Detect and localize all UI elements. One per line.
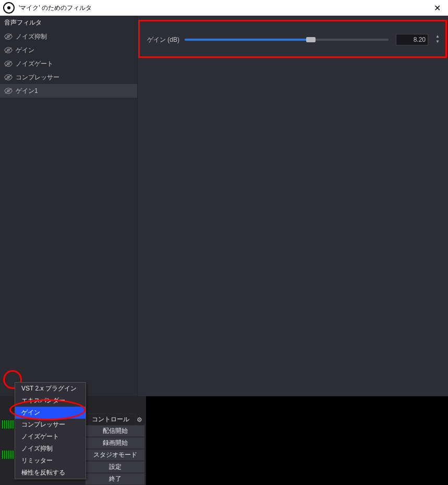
gain-slider[interactable] bbox=[185, 35, 389, 44]
gain-label: ゲイン (dB) bbox=[147, 36, 179, 44]
start-stream-button[interactable]: 配信開始 bbox=[85, 425, 145, 437]
eye-off-icon[interactable] bbox=[4, 33, 13, 40]
filter-item-label: ゲイン1 bbox=[16, 87, 38, 96]
window-title: 'マイク' のためのフィルタ bbox=[19, 4, 429, 13]
menu-item[interactable]: リミッター bbox=[15, 455, 86, 467]
sidebar-section-title: 音声フィルタ bbox=[0, 16, 137, 30]
filter-item[interactable]: ノイズ抑制 bbox=[0, 30, 137, 43]
menu-item[interactable]: コンプレッサー bbox=[15, 419, 86, 431]
menu-item-gain[interactable]: ゲイン bbox=[15, 407, 86, 419]
filter-item-label: コンプレッサー bbox=[16, 73, 59, 82]
gain-row: ゲイン (dB) 8.20 ▲ ▼ bbox=[147, 32, 441, 47]
settings-button[interactable]: 設定 bbox=[85, 461, 145, 473]
filter-item-label: ノイズゲート bbox=[16, 60, 53, 68]
eye-off-icon[interactable] bbox=[4, 47, 13, 53]
gain-value-input[interactable]: 8.20 bbox=[396, 34, 428, 45]
filter-item[interactable]: ノイズゲート bbox=[0, 57, 137, 70]
spin-down-icon[interactable]: ▼ bbox=[434, 40, 441, 45]
add-filter-menu: VST 2.x プラグイン エキスパンダー ゲイン コンプレッサー ノイズゲート… bbox=[15, 382, 86, 479]
filter-dialog: 'マイク' のためのフィルタ ✕ 音声フィルタ ノイズ抑制 ゲイン ノイズゲート bbox=[0, 0, 448, 485]
eye-off-icon[interactable] bbox=[4, 74, 13, 80]
eye-off-icon[interactable] bbox=[4, 88, 13, 94]
menu-item[interactable]: ノイズ抑制 bbox=[15, 443, 86, 455]
titlebar: 'マイク' のためのフィルタ ✕ bbox=[0, 0, 448, 16]
eye-off-icon[interactable] bbox=[4, 61, 13, 67]
filter-item[interactable]: ゲイン bbox=[0, 43, 137, 57]
menu-item[interactable]: VST 2.x プラグイン bbox=[15, 383, 86, 395]
filter-item-label: ゲイン bbox=[16, 46, 34, 55]
menu-item[interactable]: エキスパンダー bbox=[15, 395, 86, 407]
close-icon[interactable]: ✕ bbox=[429, 3, 445, 13]
exit-button[interactable]: 終了 bbox=[85, 473, 145, 485]
filter-item-label: ノイズ抑制 bbox=[16, 32, 47, 41]
controls-header: コントロール bbox=[85, 413, 136, 425]
start-record-button[interactable]: 録画開始 bbox=[85, 437, 145, 449]
menu-item[interactable]: ノイズゲート bbox=[15, 431, 86, 443]
studio-mode-button[interactable]: スタジオモード bbox=[85, 449, 145, 461]
spin-buttons: ▲ ▼ bbox=[434, 34, 441, 45]
controls-panel: コントロール ⚙ 配信開始 録画開始 スタジオモード 設定 終了 bbox=[85, 414, 145, 485]
menu-item[interactable]: 極性を反転する bbox=[15, 467, 86, 479]
preview-area bbox=[146, 396, 448, 485]
filter-item[interactable]: ゲイン1 bbox=[0, 84, 137, 98]
gear-icon[interactable]: ⚙ bbox=[136, 416, 145, 423]
gain-value: 8.20 bbox=[414, 36, 426, 43]
filter-item[interactable]: コンプレッサー bbox=[0, 70, 137, 84]
app-icon bbox=[3, 2, 15, 14]
slider-thumb[interactable] bbox=[306, 37, 316, 42]
